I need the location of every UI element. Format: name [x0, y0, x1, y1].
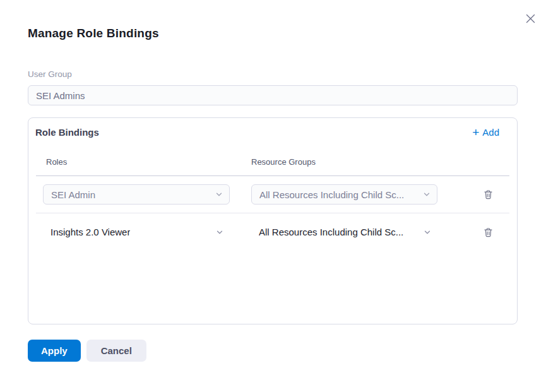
trash-icon [483, 227, 494, 238]
row-actions-cell [452, 226, 509, 239]
table-header-row: Roles Resource Groups [36, 138, 509, 176]
resource-group-cell: All Resources Including Child Sc... [251, 184, 452, 205]
role-select-value: Insights 2.0 Viewer [50, 227, 130, 237]
resource-group-cell: All Resources Including Child Sc... [251, 227, 452, 237]
chevron-down-icon [215, 191, 223, 198]
chevron-down-icon [423, 191, 430, 198]
close-icon [525, 13, 536, 24]
close-button[interactable] [523, 11, 537, 25]
role-bindings-table: Roles Resource Groups SEI Admin All Reso… [36, 138, 509, 251]
column-header-resource-groups: Resource Groups [251, 157, 509, 167]
delete-row-button[interactable] [482, 188, 494, 201]
role-cell: SEI Admin [36, 184, 251, 205]
role-binding-row-2: Insights 2.0 Viewer All Resources Includ… [36, 213, 509, 251]
resource-group-select-disabled[interactable]: All Resources Including Child Sc... [251, 184, 437, 205]
chevron-down-icon [216, 229, 223, 236]
column-header-roles: Roles [36, 157, 251, 167]
manage-role-bindings-modal: Manage Role Bindings User Group Role Bin… [0, 0, 546, 362]
role-bindings-header: Role Bindings + Add [28, 118, 517, 138]
user-group-label: User Group [28, 69, 518, 80]
user-group-input[interactable] [28, 85, 518, 105]
page-title: Manage Role Bindings [28, 0, 518, 40]
delete-row-button[interactable] [482, 226, 494, 239]
role-cell: Insights 2.0 Viewer [36, 227, 251, 237]
role-bindings-title: Role Bindings [35, 127, 99, 138]
role-select[interactable]: Insights 2.0 Viewer [43, 227, 230, 237]
add-button-label: Add [482, 127, 499, 138]
role-bindings-card: Role Bindings + Add Roles Resource Group… [28, 117, 518, 324]
resource-group-select[interactable]: All Resources Including Child Sc... [251, 227, 437, 237]
resource-group-select-value: All Resources Including Child Sc... [259, 189, 404, 200]
row-actions-cell [452, 188, 509, 201]
apply-button[interactable]: Apply [28, 340, 81, 362]
modal-footer: Apply Cancel [28, 340, 518, 362]
role-binding-row-1: SEI Admin All Resources Including Child … [36, 176, 509, 213]
role-select-disabled[interactable]: SEI Admin [43, 184, 230, 205]
trash-icon [483, 189, 494, 200]
plus-icon: + [472, 128, 479, 138]
cancel-button[interactable]: Cancel [86, 340, 146, 362]
chevron-down-icon [424, 229, 431, 236]
add-role-binding-button[interactable]: + Add [472, 127, 499, 138]
role-select-value: SEI Admin [51, 189, 95, 200]
resource-group-select-value: All Resources Including Child Sc... [259, 227, 403, 237]
